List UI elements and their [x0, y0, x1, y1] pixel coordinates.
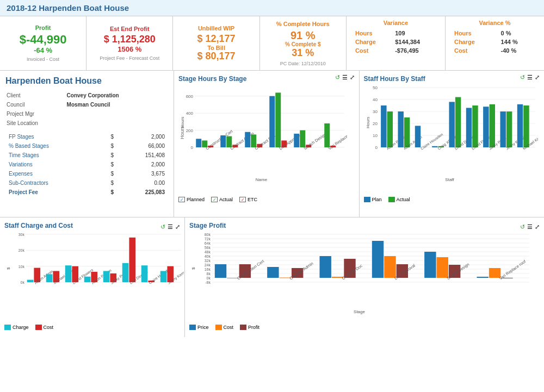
fee-label: Expenses	[7, 170, 100, 178]
kpi-profit-sub: -64 %	[34, 46, 52, 54]
siteloc-value	[65, 119, 167, 127]
staff-charge-controls: ↺ ☰ ⤢	[160, 223, 180, 231]
legend-item: Cost	[215, 325, 234, 330]
variance-pct-table: Hours 0 % Charge 144 % Cost -40 %	[451, 28, 539, 55]
svg-text:20k: 20k	[18, 248, 25, 252]
svg-rect-94	[103, 271, 110, 282]
council-value: Mosman Council	[65, 101, 167, 109]
svg-text:Name: Name	[256, 177, 268, 182]
svg-text:$: $	[191, 267, 196, 270]
legend-item: ✓ ETC	[239, 197, 257, 202]
table-row: % Based Stages $ 66,000	[7, 142, 167, 150]
kpi-pct-footer: PC Date: 12/12/2010	[280, 61, 326, 66]
kpi-pct-complete: % Complete Hours 91 % % Complete $ 31 % …	[260, 16, 347, 70]
svg-rect-61	[472, 105, 478, 147]
legend-swatch	[388, 197, 395, 202]
svg-rect-98	[129, 238, 135, 282]
svg-rect-88	[65, 265, 72, 282]
client-value: Convey Corporation	[65, 91, 167, 99]
legend-item: ✓ Planned	[178, 197, 205, 202]
refresh-icon[interactable]: ↺	[160, 223, 165, 231]
menu-icon[interactable]: ☰	[527, 74, 533, 81]
menu-icon[interactable]: ☰	[527, 223, 533, 231]
table-row: Council Mosman Council	[7, 101, 167, 109]
var-value: 109	[393, 29, 438, 37]
svg-text:10: 10	[373, 133, 378, 138]
menu-icon[interactable]: ☰	[168, 223, 173, 231]
kpi-unbilled-wip: Unbilled WIP $ 12,177 To Bill $ 80,177	[173, 16, 259, 70]
svg-rect-66	[500, 111, 505, 147]
svg-text:0: 0	[191, 145, 194, 150]
svg-rect-64	[489, 104, 494, 147]
svg-text:-8k: -8k	[205, 281, 211, 284]
fee-label: Variations	[7, 160, 100, 169]
table-row: Sub-Contractors $ 0.00	[7, 179, 167, 187]
kpi-unbilled-sub: To Bill	[207, 45, 225, 51]
legend-item: Charge	[4, 325, 29, 330]
svg-text:50: 50	[373, 85, 378, 90]
stage-profit-title: Stage Profit	[189, 222, 226, 229]
refresh-icon[interactable]: ↺	[335, 74, 340, 81]
svg-rect-100	[141, 265, 148, 282]
legend-item: ✓ Actual	[211, 197, 233, 202]
fee-total-prefix: $	[101, 188, 116, 196]
svg-rect-29	[324, 123, 330, 147]
var-value: -$76,495	[393, 47, 438, 54]
table-row: Hours 0 %	[452, 29, 537, 37]
menu-icon[interactable]: ☰	[342, 74, 348, 81]
staff-charge-title: Staff Charge and Cost	[4, 222, 73, 229]
fee-value: 66,000	[117, 142, 167, 150]
svg-rect-148	[437, 257, 448, 278]
legend-label: Price	[197, 325, 209, 330]
table-row: Charge 144 %	[452, 38, 537, 46]
table-row: Time Stages $ 151,408	[7, 151, 167, 159]
refresh-icon[interactable]: ↺	[520, 74, 525, 81]
svg-text:24k: 24k	[205, 263, 211, 267]
table-row: Hours 109	[353, 29, 438, 37]
kpi-est-label: Est End Profit	[110, 26, 150, 32]
legend-item: Price	[189, 325, 209, 330]
table-row: Expenses $ 3,675	[7, 170, 167, 178]
fee-value: 2,000	[117, 133, 167, 141]
svg-text:20: 20	[373, 121, 378, 126]
svg-text:30: 30	[373, 109, 378, 114]
kpi-est-end-profit: Est End Profit $ 1,125,280 1506 % Projec…	[86, 16, 173, 70]
project-info-panel: Harpenden Boat House Client Convey Corpo…	[0, 71, 174, 217]
table-row: Charge $144,384	[353, 38, 438, 46]
svg-text:64k: 64k	[205, 241, 211, 245]
kpi-unbilled-sub2: $ 80,177	[197, 51, 236, 62]
svg-rect-46	[381, 105, 386, 147]
staff-charge-panel: Staff Charge and Cost ↺ ☰ ⤢ 0k10k20k30kA…	[0, 217, 185, 337]
expand-icon[interactable]: ⤢	[535, 74, 540, 81]
legend-item: Actual	[388, 197, 410, 202]
expand-icon[interactable]: ⤢	[535, 223, 540, 231]
stage-profit-legend: Price Cost Profit	[189, 325, 540, 330]
expand-icon[interactable]: ⤢	[175, 223, 180, 231]
variance-title: Variance	[352, 20, 440, 26]
kpi-variance: Variance Hours 109 Charge $144,384 Cost …	[347, 16, 446, 70]
table-row: Project Mgr	[7, 110, 167, 118]
var-label: Charge	[452, 38, 498, 46]
table-row: FP Stages $ 2,000	[7, 133, 167, 141]
svg-text:Vari Replace roof: Vari Replace roof	[327, 129, 347, 151]
fee-prefix: $	[101, 133, 116, 141]
legend-item: Plan	[364, 197, 382, 202]
legend-label: Charge	[13, 325, 29, 330]
expand-icon[interactable]: ⤢	[350, 74, 355, 81]
middle-row: Harpenden Boat House Client Convey Corpo…	[0, 71, 544, 217]
legend-label: Cost	[224, 325, 234, 330]
svg-text:80k: 80k	[205, 233, 211, 237]
legend-label: Plan	[372, 197, 382, 202]
legend-label: Profit	[248, 325, 259, 330]
svg-rect-139	[319, 256, 331, 278]
svg-rect-69	[517, 104, 522, 147]
kpi-est-footer: Project Fee - Forecast Cost	[100, 55, 159, 61]
svg-text:0: 0	[375, 145, 378, 150]
var-label: Hours	[452, 29, 498, 37]
refresh-icon[interactable]: ↺	[520, 223, 525, 231]
page-title: 2018-12 Harpenden Boat House	[0, 0, 544, 16]
staff-charge-legend: Charge Cost	[4, 325, 180, 330]
svg-text:Hours: Hours	[366, 117, 370, 128]
legend-item: Cost	[35, 325, 54, 330]
legend-label: Actual	[397, 197, 410, 202]
